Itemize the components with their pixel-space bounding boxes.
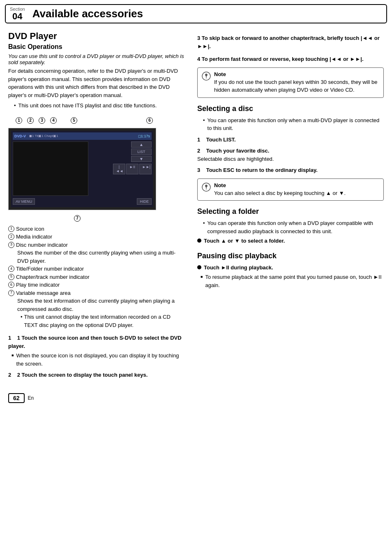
step-3-heading: 3 To skip back or forward to another cha… [197,34,384,50]
note-box-1: Note If you do not use the touch panel k… [197,67,384,98]
legend-num-1: 1 [8,226,14,232]
step-4-heading: 4 To perform fast forward or reverse, ke… [197,55,384,63]
section-4-title: Pausing disc playback [197,252,384,260]
note-icon-1 [202,72,211,81]
basic-ops-title: Basic Operations [8,43,185,51]
hide-btn[interactable]: HIDE [137,198,152,205]
legend-num-2: 2 [8,234,14,240]
dvd-screen: DVD-V ◼1 Tit▣1 Chapt▣1 ◻1:17s ▲ LIST ▼ |… [8,128,156,210]
legend-label-5: Chapter/track number indicator [16,273,89,281]
svg-rect-3 [206,188,207,190]
next-btn[interactable]: ►►| [139,164,152,174]
play-pause-btn[interactable]: ►II [126,164,138,174]
callout-2: 2 [27,117,34,124]
legend-sub-bullet-7: This unit cannot display the text inform… [21,313,185,329]
callout-4: 4 [50,117,57,124]
note-1-title: Note [214,71,379,77]
callout-5: 5 [71,117,77,124]
bullet-item-1: This unit does not have ITS playlist and… [14,102,185,110]
intro-body: For details concerning operation, refer … [8,67,185,99]
section-4-step: Touch ►II during playback. [197,264,384,272]
up-btn[interactable]: ▲ [131,141,152,148]
step-1-sub: When the source icon is not displayed, y… [12,352,185,368]
av-menu-btn[interactable]: AV MENU [13,198,35,205]
legend-item-2: 2 Media indicator [8,233,185,241]
section-2-step-2-head: 2 Touch your favorite disc. [197,147,384,155]
screen-status-bar: DVD-V ◼1 Tit▣1 Chapt▣1 ◻1:17s [13,132,152,140]
svg-rect-1 [206,77,207,79]
callout-3: 3 [39,117,45,124]
screen-info: ◼1 Tit▣1 Chapt▣1 [29,134,135,138]
screen-bottom-bar: AV MENU HIDE [13,197,152,206]
legend-num-7: 7 [8,290,14,296]
section-label: Section 04 [10,7,25,21]
section-2-step-3: 3 Touch ESC to return to the ordinary di… [197,166,384,174]
filled-dot-3 [197,239,201,243]
legend-label-1: Source icon [16,225,44,233]
screen-main: ▲ LIST ▼ |◄◄ ►II ►►| [13,141,152,196]
legend-label-6: Play time indicator [16,281,60,289]
dvd-player-title: DVD Player [8,31,185,42]
left-column: DVD Player Basic Operations You can use … [8,31,185,381]
legend-num-3: 3 [8,242,14,248]
callout-1: 1 [16,117,22,124]
step-2-heading: 2 2 Touch the screen to display the touc… [8,371,185,379]
screen-time: ◻1:17s [138,134,150,138]
note-2-content: Note You can also select a disc by keepi… [214,182,346,197]
page-footer: 62 En [0,389,392,407]
prev-btn[interactable]: |◄◄ [113,164,125,174]
page-header: Section 04 Available accessories [5,4,387,23]
section-3-step: Touch ▲ or ▼ to select a folder. [197,237,384,245]
screen-video-area [13,141,88,196]
note-2-text: You can also select a disc by keeping to… [214,189,346,197]
legend-num-5: 5 [8,274,14,280]
legend-item-3: 3 Disc number indicator [8,241,185,249]
language-label: En [28,395,34,401]
legend-item-1: 1 Source icon [8,225,185,233]
legend-item-7: 7 Variable message area [8,289,185,297]
legend-sub-3: Shows the number of the disc currently p… [17,249,185,265]
note-box-2: Note You can also select a disc by keepi… [197,178,384,201]
legend-item-6: 6 Play time indicator [8,281,185,289]
page-title: Available accessories [32,7,143,20]
right-column: 3 To skip back or forward to another cha… [197,31,384,381]
legend-item-4: 4 Title/Folder number indicator [8,265,185,273]
legend-item-5: 5 Chapter/track number indicator [8,273,185,281]
legend-num-6: 6 [8,282,14,288]
intro-italic: You can use this unit to control a DVD p… [8,53,185,65]
legend-num-4: 4 [8,266,14,272]
down-btn[interactable]: ▼ [131,156,152,162]
list-btn[interactable]: LIST [131,148,152,155]
screen-source: DVD-V [14,134,26,138]
legend-list: 1 Source icon 2 Media indicator 3 Disc n… [8,225,185,329]
legend-sub-7: Shows the text information of disc curre… [17,297,185,313]
main-content: DVD Player Basic Operations You can use … [0,23,392,381]
screen-controls: ▲ LIST ▼ |◄◄ ►II ►►| [90,141,152,196]
legend-label-7: Variable message area [16,289,71,297]
legend-label-3: Disc number indicator [16,241,68,249]
section-2-bullet: You can operate this function only when … [203,116,384,132]
note-1-text: If you do not use the touch panel keys w… [214,78,379,94]
note-2-title: Note [214,182,346,188]
filled-dot-4 [197,265,201,269]
note-1-content: Note If you do not use the touch panel k… [214,71,379,94]
section-2-step-1: 1 Touch LIST. [197,136,384,144]
section-3-title: Selecting a folder [197,207,384,216]
dvd-screen-wrapper: 1 2 3 4 5 6 DVD-V ◼1 Tit▣1 Chapt▣1 ◻1:17… [8,117,156,221]
callout-7: 7 [74,215,81,222]
note-icon-2 [202,183,211,192]
step-1-heading: 1 1 Touch the source icon and then touch… [8,334,185,350]
legend-label-4: Title/Folder number indicator [16,265,84,273]
section-2-step-2-sub: Selectable discs are highlighted. [197,155,384,163]
page-number: 62 [8,393,25,403]
dvd-screen-inner: DVD-V ◼1 Tit▣1 Chapt▣1 ◻1:17s ▲ LIST ▼ |… [11,131,153,207]
legend-label-2: Media indicator [16,233,52,241]
bullet-item-1-text: This unit does not have ITS playlist and… [18,102,157,110]
section-4-sub: To resume playback at the same point tha… [201,273,384,289]
section-3-bullet: You can operate this function only when … [203,219,384,235]
callout-6: 6 [146,117,153,124]
section-2-title: Selecting a disc [197,104,384,113]
